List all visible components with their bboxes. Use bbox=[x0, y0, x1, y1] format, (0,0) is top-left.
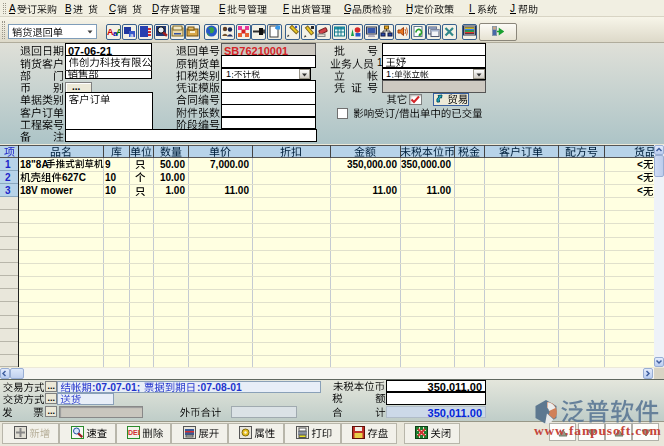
svg-text:A: A bbox=[116, 27, 120, 37]
svg-text:DEL: DEL bbox=[128, 429, 140, 436]
